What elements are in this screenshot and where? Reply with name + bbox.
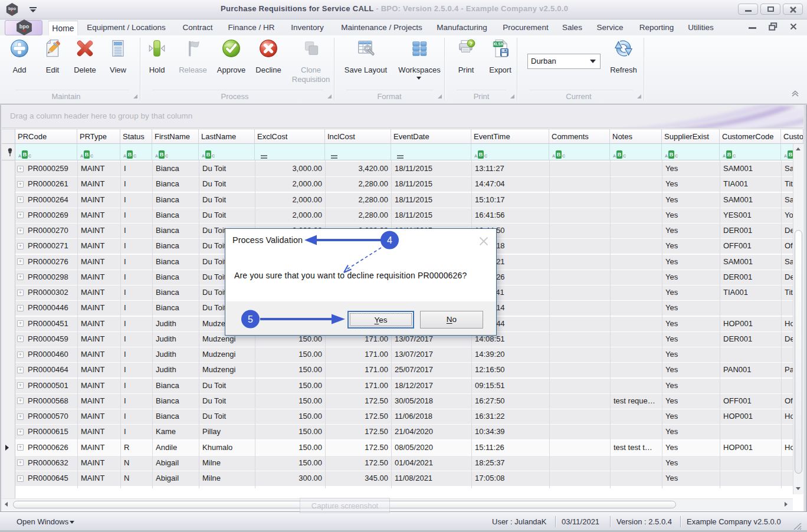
svg-text:?: ?	[470, 40, 473, 47]
svg-text:XLSX: XLSX	[493, 42, 504, 46]
